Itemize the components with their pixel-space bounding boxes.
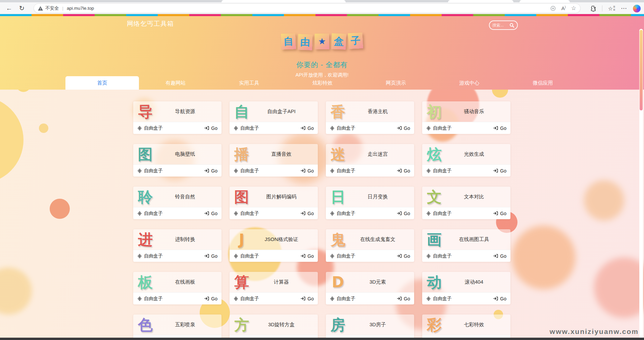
tool-card[interactable]: 迷 走出迷宫 自由盒子 Go (326, 144, 414, 177)
go-link[interactable]: Go (301, 296, 314, 301)
more-menu-icon[interactable]: ⋯ (621, 5, 627, 12)
nav-tab[interactable]: 有趣网站 (139, 76, 212, 90)
tool-card[interactable]: 图 图片解码编码 自由盒子 Go (230, 187, 318, 219)
go-label: Go (211, 168, 217, 174)
tool-card[interactable]: 日 日月变换 自由盒子 Go (326, 187, 414, 219)
logo-tile: 子 (348, 33, 363, 49)
page-scrollbar[interactable] (639, 29, 643, 338)
tool-card-footer: 自由盒子 Go (133, 207, 221, 219)
source-link[interactable]: 自由盒子 (330, 253, 355, 259)
source-link[interactable]: 自由盒子 (137, 168, 163, 174)
browser-tab[interactable] (519, 0, 570, 2)
source-link[interactable]: 自由盒子 (234, 210, 259, 216)
tool-card[interactable]: 彩 七彩特效 自由盒子 Go (422, 314, 510, 338)
go-link[interactable]: Go (204, 253, 217, 259)
go-link[interactable]: Go (493, 211, 506, 216)
go-link[interactable]: Go (204, 211, 217, 216)
go-link[interactable]: Go (301, 168, 314, 174)
browser-tab[interactable] (221, 0, 346, 2)
nav-tab[interactable]: 游戏中心 (433, 76, 506, 90)
source-link[interactable]: 自由盒子 (330, 125, 355, 131)
go-link[interactable]: Go (397, 168, 410, 174)
source-link[interactable]: 自由盒子 (426, 296, 452, 302)
source-link[interactable]: 自由盒子 (137, 210, 163, 216)
source-link[interactable]: 自由盒子 (330, 168, 355, 174)
source-link[interactable]: 自由盒子 (234, 168, 259, 174)
source-link[interactable]: 自由盒子 (330, 296, 355, 302)
tool-card[interactable]: 房 3D房子 自由盒子 Go (326, 314, 414, 338)
refresh-button[interactable]: ↻ (17, 3, 27, 13)
read-aloud-icon[interactable]: A) (561, 5, 566, 11)
source-link[interactable]: 自由盒子 (426, 210, 452, 216)
tool-card[interactable]: D 3D元素 自由盒子 Go (326, 272, 414, 304)
go-link[interactable]: Go (397, 253, 410, 259)
go-link[interactable]: Go (301, 253, 314, 259)
go-link[interactable]: Go (493, 126, 506, 131)
gem-icon (330, 168, 335, 173)
nav-tab[interactable]: 首页 (65, 76, 139, 90)
nav-tab[interactable]: 微信应用 (506, 76, 580, 90)
source-link[interactable]: 自由盒子 (426, 253, 452, 259)
tool-card[interactable]: 导 导航资源 自由盒子 Go (133, 101, 221, 134)
go-label: Go (211, 253, 217, 259)
browser-tab[interactable] (448, 0, 513, 2)
search-icon[interactable] (509, 23, 514, 28)
source-link[interactable]: 自由盒子 (426, 125, 452, 131)
sign-in-arrow-icon (204, 168, 209, 173)
tool-card[interactable]: 香 香港主机 自由盒子 Go (326, 101, 414, 134)
go-link[interactable]: Go (397, 296, 410, 301)
tool-card-top: 画 在线画图工具 (422, 229, 510, 250)
source-label: 自由盒子 (433, 168, 452, 174)
favorite-star-icon[interactable]: ☆ (571, 5, 576, 12)
tool-card[interactable]: 画 在线画图工具 自由盒子 Go (422, 229, 510, 262)
tool-card[interactable]: 板 在线画板 自由盒子 Go (133, 272, 221, 304)
tool-card[interactable]: 方 3D旋转方盒 自由盒子 Go (230, 314, 318, 338)
go-link[interactable]: Go (204, 296, 217, 301)
tool-card[interactable]: 聆 铃音自然 自由盒子 Go (133, 187, 221, 219)
nav-tab[interactable]: 炫彩特效 (286, 76, 359, 90)
source-link[interactable]: 自由盒子 (234, 296, 259, 302)
address-bar[interactable]: 不安全 | api.mu7le.top A) ☆ (34, 3, 581, 13)
go-link[interactable]: Go (397, 126, 410, 131)
source-link[interactable]: 自由盒子 (137, 296, 163, 302)
nav-tab[interactable]: 网页演示 (359, 76, 433, 90)
browser-essentials-icon[interactable] (550, 5, 556, 11)
tool-card[interactable]: J JSON格式验证 自由盒子 Go (230, 229, 318, 262)
tool-card[interactable]: 初 骚动音乐 自由盒子 Go (422, 101, 510, 134)
copilot-icon[interactable] (633, 5, 641, 12)
tool-card[interactable]: 进 进制转换 自由盒子 Go (133, 229, 221, 262)
tool-glyph-icon: 进 (133, 232, 157, 247)
tool-card[interactable]: 播 直播音效 自由盒子 Go (230, 144, 318, 177)
tool-card[interactable]: 色 五彩喷泉 自由盒子 Go (133, 314, 221, 338)
go-link[interactable]: Go (204, 126, 217, 131)
tool-card[interactable]: 文 文本对比 自由盒子 Go (422, 187, 510, 219)
nav-tab[interactable]: 实用工具 (212, 76, 286, 90)
tool-card[interactable]: 算 计算器 自由盒子 Go (230, 272, 318, 304)
go-link[interactable]: Go (301, 126, 314, 131)
search-input[interactable]: 搜索... (489, 20, 518, 30)
main-content: 导 导航资源 自由盒子 Go 自 自由盒子API 自由盒子 (0, 90, 644, 338)
favorites-bar-icon[interactable]: ☆== (608, 5, 615, 12)
tool-card[interactable]: 图 电脑壁纸 自由盒子 Go (133, 144, 221, 177)
tool-title: 电脑壁纸 (157, 151, 221, 157)
go-link[interactable]: Go (204, 168, 217, 174)
scrollbar-thumb[interactable] (640, 30, 643, 110)
source-link[interactable]: 自由盒子 (234, 253, 259, 259)
tool-card[interactable]: 自 自由盒子API 自由盒子 Go (230, 101, 318, 134)
source-link[interactable]: 自由盒子 (330, 210, 355, 216)
source-link[interactable]: 自由盒子 (426, 168, 452, 174)
source-link[interactable]: 自由盒子 (234, 125, 259, 131)
back-button[interactable]: ← (4, 3, 14, 13)
extensions-icon[interactable] (590, 5, 596, 12)
source-link[interactable]: 自由盒子 (137, 253, 163, 259)
tool-card[interactable]: 炫 光效生成 自由盒子 Go (422, 144, 510, 177)
go-link[interactable]: Go (493, 253, 506, 259)
tool-card[interactable]: 鬼 在线生成鬼畜文 自由盒子 Go (326, 229, 414, 262)
go-link[interactable]: Go (301, 211, 314, 216)
go-link[interactable]: Go (493, 168, 506, 174)
go-link[interactable]: Go (397, 211, 410, 216)
tool-card[interactable]: 动 滚动404 自由盒子 Go (422, 272, 510, 304)
source-link[interactable]: 自由盒子 (137, 125, 163, 131)
go-link[interactable]: Go (493, 296, 506, 301)
gem-icon (330, 254, 335, 258)
